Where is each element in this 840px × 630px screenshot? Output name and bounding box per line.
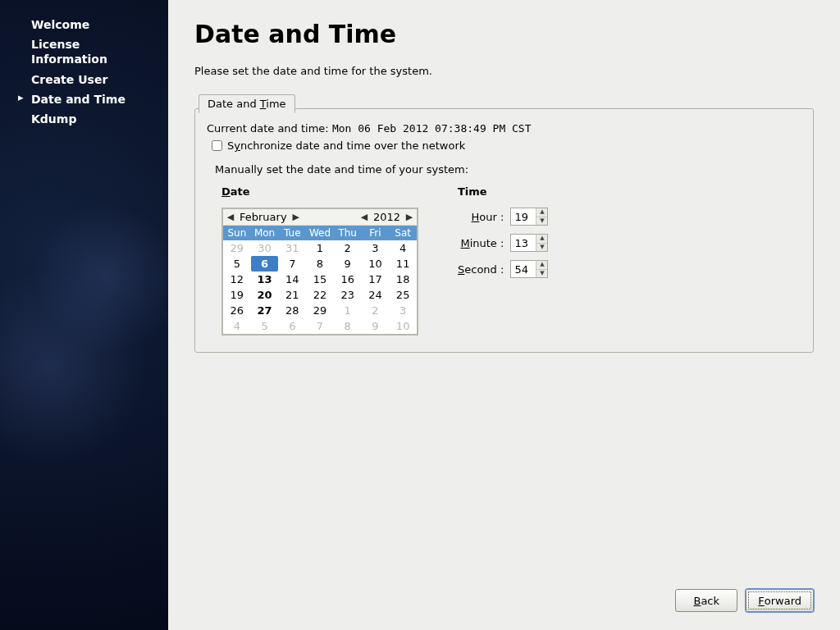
current-datetime-value: Mon 06 Feb 2012 07:38:49 PM CST <box>332 122 532 135</box>
calendar-day[interactable]: 4 <box>389 240 417 256</box>
calendar-day[interactable]: 28 <box>278 303 306 318</box>
tab-date-time[interactable]: Date and Time <box>199 94 295 113</box>
calendar-day[interactable]: 21 <box>278 287 306 303</box>
calendar-day[interactable]: 8 <box>334 318 362 334</box>
current-datetime-row: Current date and time: Mon 06 Feb 2012 0… <box>207 122 801 135</box>
calendar: ◀ February ▶ ◀ 2012 ▶ <box>221 208 418 336</box>
sidebar: Welcome License Information Create User … <box>0 0 168 630</box>
prev-year-button[interactable]: ◀ <box>358 212 370 222</box>
calendar-day[interactable]: 7 <box>306 318 334 334</box>
hour-label: Hour : <box>472 211 504 223</box>
hour-input[interactable] <box>511 208 536 225</box>
calendar-day[interactable]: 30 <box>251 240 279 256</box>
calendar-day[interactable]: 7 <box>278 256 306 272</box>
second-up-button[interactable]: ▲ <box>536 261 547 270</box>
instruction-text: Please set the date and time for the sys… <box>194 65 814 77</box>
main-panel: Date and Time Please set the date and ti… <box>168 0 840 630</box>
minute-input[interactable] <box>511 235 536 251</box>
calendar-day[interactable]: 13 <box>251 272 279 287</box>
calendar-day[interactable]: 6 <box>278 318 306 334</box>
minute-down-button[interactable]: ▼ <box>536 244 547 252</box>
second-spinbox[interactable]: ▲▼ <box>510 260 548 278</box>
sync-label: Synchronize date and time over the netwo… <box>227 139 465 152</box>
calendar-day[interactable]: 1 <box>306 240 334 256</box>
footer-buttons: Back Forward <box>675 589 814 612</box>
calendar-day[interactable]: 29 <box>223 240 251 256</box>
back-button[interactable]: Back <box>675 589 737 612</box>
sync-checkbox[interactable] <box>212 140 222 151</box>
calendar-day[interactable]: 9 <box>362 318 390 334</box>
sidebar-item-kdump[interactable]: Kdump <box>0 109 168 129</box>
calendar-day[interactable]: 24 <box>362 287 390 303</box>
calendar-day[interactable]: 23 <box>334 287 362 303</box>
calendar-year[interactable]: 2012 <box>372 211 402 223</box>
second-input[interactable] <box>511 261 536 277</box>
calendar-day[interactable]: 14 <box>278 272 306 287</box>
next-month-button[interactable]: ▶ <box>290 212 302 222</box>
sidebar-item-license[interactable]: License Information <box>0 34 168 69</box>
prev-month-button[interactable]: ◀ <box>225 212 236 222</box>
calendar-day[interactable]: 25 <box>389 287 417 303</box>
sidebar-item-date-time[interactable]: Date and Time <box>0 89 168 109</box>
calendar-day[interactable]: 3 <box>389 303 417 318</box>
minute-label: Minute : <box>460 237 504 249</box>
calendar-day[interactable]: 19 <box>223 287 251 303</box>
second-down-button[interactable]: ▼ <box>536 270 547 278</box>
second-label: Second : <box>458 263 504 276</box>
sidebar-item-welcome[interactable]: Welcome <box>0 15 168 34</box>
current-datetime-label: Current date and time: <box>207 122 332 135</box>
calendar-day[interactable]: 27 <box>251 303 279 318</box>
time-section-label: Time <box>458 185 548 198</box>
calendar-day[interactable]: 4 <box>223 318 251 334</box>
calendar-day[interactable]: 10 <box>389 318 417 334</box>
calendar-day[interactable]: 18 <box>389 272 417 287</box>
calendar-month[interactable]: February <box>238 211 289 223</box>
calendar-day[interactable]: 29 <box>306 303 334 318</box>
hour-down-button[interactable]: ▼ <box>536 217 547 226</box>
sync-checkbox-row[interactable]: Synchronize date and time over the netwo… <box>212 139 801 152</box>
manual-instruction: Manually set the date and time of your s… <box>215 163 801 176</box>
calendar-body: 2930311234567891011121314151617181920212… <box>223 240 417 334</box>
date-section-label: Date <box>221 185 418 198</box>
calendar-day[interactable]: 16 <box>334 272 362 287</box>
datetime-tabframe: Date and Time Current date and time: Mon… <box>194 108 814 353</box>
calendar-day[interactable]: 12 <box>223 272 251 287</box>
forward-button[interactable]: Forward <box>746 589 814 612</box>
minute-spinbox[interactable]: ▲▼ <box>510 234 548 252</box>
time-section: Time Hour : ▲▼ Minute : <box>458 185 548 336</box>
hour-up-button[interactable]: ▲ <box>536 208 547 217</box>
calendar-day[interactable]: 31 <box>278 240 306 256</box>
calendar-day[interactable]: 5 <box>223 256 251 272</box>
calendar-day[interactable]: 2 <box>362 303 390 318</box>
calendar-day[interactable]: 8 <box>306 256 334 272</box>
date-section: Date ◀ February ▶ ◀ 2012 <box>221 185 418 336</box>
calendar-day[interactable]: 5 <box>251 318 279 334</box>
calendar-dow-header: Sun Mon Tue Wed Thu Fri Sat <box>223 226 417 240</box>
calendar-day[interactable]: 9 <box>334 256 362 272</box>
calendar-day[interactable]: 20 <box>251 287 279 303</box>
calendar-day[interactable]: 6 <box>251 256 279 272</box>
next-year-button[interactable]: ▶ <box>404 212 415 222</box>
hour-spinbox[interactable]: ▲▼ <box>510 208 548 226</box>
minute-up-button[interactable]: ▲ <box>536 235 547 244</box>
calendar-day[interactable]: 22 <box>306 287 334 303</box>
calendar-day[interactable]: 11 <box>389 256 417 272</box>
calendar-day[interactable]: 26 <box>223 303 251 318</box>
calendar-day[interactable]: 17 <box>362 272 390 287</box>
calendar-day[interactable]: 3 <box>362 240 390 256</box>
calendar-day[interactable]: 1 <box>334 303 362 318</box>
page-title: Date and Time <box>194 20 814 48</box>
sidebar-item-create-user[interactable]: Create User <box>0 70 168 89</box>
calendar-day[interactable]: 2 <box>334 240 362 256</box>
calendar-day[interactable]: 10 <box>362 256 390 272</box>
calendar-day[interactable]: 15 <box>306 272 334 287</box>
